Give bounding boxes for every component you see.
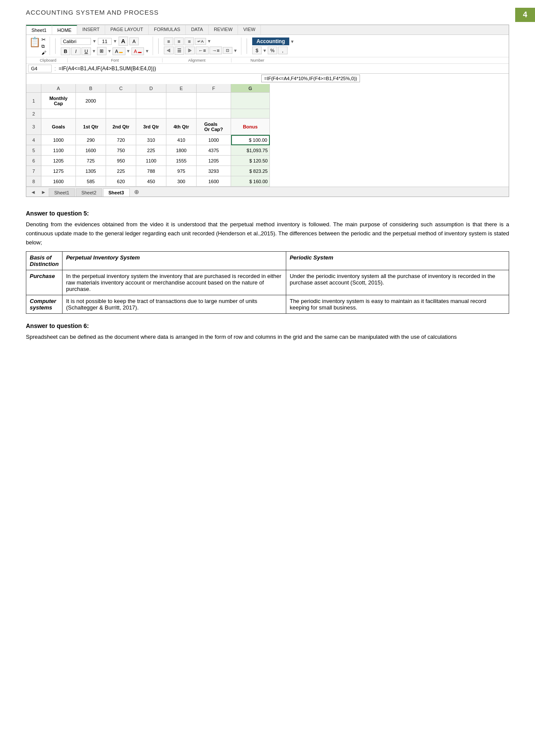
cell-f5[interactable]: 4375	[197, 145, 231, 156]
cell-a3[interactable]: Goals	[41, 119, 76, 135]
row-header-4[interactable]: 4	[26, 135, 41, 145]
font-size-input[interactable]	[98, 38, 112, 45]
cell-c5[interactable]: 750	[106, 145, 136, 156]
align-center-btn[interactable]: ☰	[175, 47, 184, 55]
cell-b4[interactable]: 290	[76, 135, 106, 145]
bold-button[interactable]: B	[61, 47, 70, 55]
cell-f6[interactable]: 1205	[197, 156, 231, 166]
cell-c4[interactable]: 720	[106, 135, 136, 145]
dollar-btn[interactable]: $	[252, 47, 262, 54]
fill-color-button[interactable]: A ▬	[113, 47, 125, 55]
wrap-text-btn[interactable]: ↵A	[195, 38, 206, 45]
cell-b2[interactable]	[76, 109, 106, 119]
cell-e1[interactable]	[166, 93, 197, 109]
indent-increase-btn[interactable]: →≡	[210, 47, 222, 54]
cell-c1[interactable]	[106, 93, 136, 109]
nav-prev-sheet[interactable]: ◄	[28, 188, 38, 197]
cell-g4[interactable]: $ 100.00	[231, 135, 270, 145]
cell-a5[interactable]: 1100	[41, 145, 76, 156]
cell-d3[interactable]: 3rd Qtr	[136, 119, 166, 135]
cell-b8[interactable]: 585	[76, 176, 106, 187]
cell-d5[interactable]: 225	[136, 145, 166, 156]
row-header-7[interactable]: 7	[26, 166, 41, 176]
cell-a6[interactable]: 1205	[41, 156, 76, 166]
font-name-input[interactable]	[61, 38, 91, 45]
copy-icon[interactable]: ⧉	[41, 44, 46, 49]
cell-d1[interactable]	[136, 93, 166, 109]
cell-b1[interactable]: 2000	[76, 93, 106, 109]
col-header-g[interactable]: G	[231, 84, 270, 93]
align-right-btn[interactable]: ⫸	[185, 47, 195, 54]
cell-d6[interactable]: 1100	[136, 156, 166, 166]
align-bottom-btn[interactable]: ≡	[185, 37, 194, 45]
borders-button[interactable]: ⊞	[97, 47, 106, 55]
cell-c8[interactable]: 620	[106, 176, 136, 187]
cell-f1[interactable]	[197, 93, 231, 109]
cell-g2[interactable]	[231, 109, 270, 119]
cell-c7[interactable]: 225	[106, 166, 136, 176]
cell-b7[interactable]: 1305	[76, 166, 106, 176]
sheet-tab-sheet1[interactable]: Sheet1	[49, 188, 75, 197]
cell-e4[interactable]: 410	[166, 135, 197, 145]
align-top-left-btn[interactable]: ≡	[164, 37, 173, 45]
italic-button[interactable]: I	[71, 47, 81, 55]
tab-file[interactable]: Sheet1	[26, 25, 52, 34]
cell-f4[interactable]: 1000	[197, 135, 231, 145]
tab-review[interactable]: REVIEW	[209, 25, 238, 34]
tab-page-layout[interactable]: PAGE LAYOUT	[105, 25, 149, 34]
cell-g5[interactable]: $1,093.75	[231, 145, 270, 156]
tab-data[interactable]: DATA	[186, 25, 209, 34]
cell-d2[interactable]	[136, 109, 166, 119]
cell-g7[interactable]: $ 823.25	[231, 166, 270, 176]
align-left-btn[interactable]: ⫷	[164, 47, 174, 54]
underline-button[interactable]: U	[81, 47, 91, 55]
cell-e6[interactable]: 1555	[166, 156, 197, 166]
row-header-6[interactable]: 6	[26, 156, 41, 166]
col-header-e[interactable]: E	[166, 84, 197, 93]
add-sheet-button[interactable]: ⊕	[131, 187, 143, 197]
percent-btn[interactable]: %	[268, 47, 277, 54]
row-header-5[interactable]: 5	[26, 145, 41, 156]
merge-btn[interactable]: ⊡	[223, 47, 232, 54]
paste-icon[interactable]: 📋	[29, 37, 41, 55]
cell-c3[interactable]: 2nd Qtr	[106, 119, 136, 135]
cell-e7[interactable]: 975	[166, 166, 197, 176]
cell-f3[interactable]: GoalsOr Cap?	[197, 119, 231, 135]
row-header-3[interactable]: 3	[26, 119, 41, 135]
sheet-tab-sheet3[interactable]: Sheet3	[103, 188, 130, 197]
cell-g1[interactable]	[231, 93, 270, 109]
cell-d4[interactable]: 310	[136, 135, 166, 145]
row-header-1[interactable]: 1	[26, 93, 41, 109]
row-header-8[interactable]: 8	[26, 176, 41, 187]
comma-btn[interactable]: ,	[278, 47, 288, 54]
cell-e5[interactable]: 1800	[166, 145, 197, 156]
col-header-b[interactable]: B	[76, 84, 106, 93]
cell-c6[interactable]: 950	[106, 156, 136, 166]
decrease-font-btn[interactable]: A	[129, 37, 139, 45]
font-color-button[interactable]: A ▬	[131, 47, 144, 55]
tab-formulas[interactable]: FORMULAS	[149, 25, 186, 34]
cell-e8[interactable]: 300	[166, 176, 197, 187]
cell-f8[interactable]: 1600	[197, 176, 231, 187]
cell-ref-box[interactable]	[28, 65, 52, 72]
col-header-a[interactable]: A	[41, 84, 76, 93]
tab-view[interactable]: VIEW	[238, 25, 261, 34]
cell-b6[interactable]: 725	[76, 156, 106, 166]
cell-a7[interactable]: 1275	[41, 166, 76, 176]
cell-f2[interactable]	[197, 109, 231, 119]
cell-c2[interactable]	[106, 109, 136, 119]
cell-f7[interactable]: 3293	[197, 166, 231, 176]
cell-g3[interactable]: Bonus	[231, 119, 270, 135]
cell-a8[interactable]: 1600	[41, 176, 76, 187]
indent-decrease-btn[interactable]: ←≡	[196, 47, 208, 54]
row-header-2[interactable]: 2	[26, 109, 41, 119]
cell-b5[interactable]: 1600	[76, 145, 106, 156]
cut-icon[interactable]: ✂	[41, 37, 46, 43]
cell-a1[interactable]: MonthlyCap	[41, 93, 76, 109]
cell-d8[interactable]: 450	[136, 176, 166, 187]
col-header-f[interactable]: F	[197, 84, 231, 93]
increase-font-btn[interactable]: A	[119, 37, 128, 46]
col-header-c[interactable]: C	[106, 84, 136, 93]
cell-a4[interactable]: 1000	[41, 135, 76, 145]
cell-e2[interactable]	[166, 109, 197, 119]
